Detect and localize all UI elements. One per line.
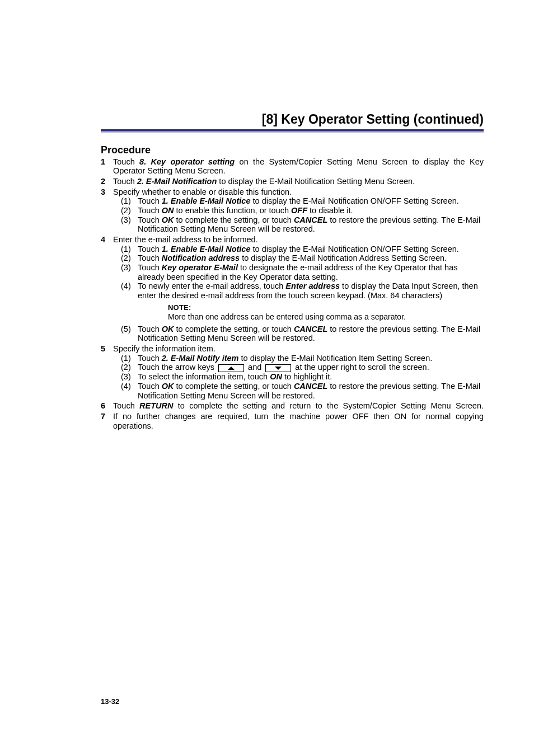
step-number: 6: [101, 401, 113, 411]
step-body: Touch 8. Key operator setting on the Sys…: [113, 157, 484, 176]
sub-item: (4)Touch OK to complete the setting, or …: [121, 382, 484, 400]
step-body: Specify whether to enable or disable thi…: [113, 187, 484, 234]
sub-item: (2)Touch Notification address to display…: [121, 253, 484, 263]
sub-body: Touch ON to enable this function, or tou…: [138, 206, 484, 215]
step-body: Touch 2. E-Mail Notification to display …: [113, 177, 484, 186]
sub-list: (1)Touch 1. Enable E-Mail Notice to disp…: [113, 245, 484, 300]
step-number: 3: [101, 187, 113, 234]
step-body: Touch RETURN to complete the setting and…: [113, 401, 484, 411]
section-title: [8] Key Operator Setting (continued): [101, 112, 484, 127]
sub-number: (3): [121, 263, 138, 281]
sub-body: Touch Key operator E-Mail to designate t…: [138, 263, 484, 281]
sub-number: (2): [121, 363, 138, 372]
sub-list: (1)Touch 2. E-Mail Notify item to displa…: [113, 354, 484, 400]
sub-item: (3)Touch OK to complete the setting, or …: [121, 215, 484, 234]
sub-item: (1)Touch 1. Enable E-Mail Notice to disp…: [121, 245, 484, 254]
sub-body: Touch Notification address to display th…: [138, 253, 484, 263]
sub-body: Touch 2. E-Mail Notify item to display t…: [138, 354, 484, 363]
step-body: If no further changes are required, turn…: [113, 412, 484, 430]
procedure-heading: Procedure: [101, 144, 484, 156]
step: 2Touch 2. E-Mail Notification to display…: [101, 177, 484, 186]
sub-number: (2): [121, 253, 138, 263]
note-text: More than one address can be entered usi…: [168, 312, 484, 321]
sub-number: (4): [121, 382, 138, 400]
sub-body: Touch the arrow keys and at the upper ri…: [138, 363, 484, 372]
sub-item: (2)Touch the arrow keys and at the upper…: [121, 363, 484, 372]
sub-number: (1): [121, 354, 138, 363]
note-label: NOTE:: [168, 304, 484, 312]
sub-item: (1)Touch 2. E-Mail Notify item to displa…: [121, 354, 484, 363]
document-page: [8] Key Operator Setting (continued) Pro…: [0, 0, 534, 756]
sub-number: (5): [121, 325, 138, 343]
sub-number: (4): [121, 281, 138, 300]
sub-body: Touch OK to complete the setting, or tou…: [138, 215, 484, 234]
step: 3Specify whether to enable or disable th…: [101, 187, 484, 234]
sub-item: (1)Touch 1. Enable E-Mail Notice to disp…: [121, 196, 484, 206]
note-block: NOTE:More than one address can be entere…: [168, 304, 484, 321]
sub-number: (1): [121, 196, 138, 206]
step: 4Enter the e-mail address to be informed…: [101, 235, 484, 343]
sub-item: (4)To newly enter the e-mail address, to…: [121, 281, 484, 300]
sub-list: (1)Touch 1. Enable E-Mail Notice to disp…: [113, 196, 484, 234]
sub-number: (3): [121, 215, 138, 234]
sub-item: (3)To select the information item, touch…: [121, 372, 484, 382]
sub-body: Touch OK to complete the setting, or tou…: [138, 382, 484, 400]
step: 1Touch 8. Key operator setting on the Sy…: [101, 157, 484, 176]
step-number: 5: [101, 344, 113, 400]
sub-body: Touch OK to complete the setting, or tou…: [138, 325, 484, 343]
step-body: Specify the information item.(1)Touch 2.…: [113, 344, 484, 400]
sub-body: To newly enter the e-mail address, touch…: [138, 281, 484, 300]
sub-number: (3): [121, 372, 138, 382]
step-number: 7: [101, 412, 113, 430]
divider: [101, 129, 484, 133]
sub-body: Touch 1. Enable E-Mail Notice to display…: [138, 245, 484, 254]
sub-number: (2): [121, 206, 138, 215]
step: 7If no further changes are required, tur…: [101, 412, 484, 430]
step-number: 2: [101, 177, 113, 186]
arrow-up-icon: [218, 364, 244, 372]
step-number: 1: [101, 157, 113, 176]
sub-item: (2)Touch ON to enable this function, or …: [121, 206, 484, 215]
steps-list: 1Touch 8. Key operator setting on the Sy…: [101, 157, 484, 431]
arrow-down-icon: [265, 364, 291, 372]
page-number: 13-32: [101, 697, 119, 706]
sub-item: (3)Touch Key operator E-Mail to designat…: [121, 263, 484, 281]
step-body: Enter the e-mail address to be informed.…: [113, 235, 484, 343]
step: 5Specify the information item.(1)Touch 2…: [101, 344, 484, 400]
sub-body: To select the information item, touch ON…: [138, 372, 484, 382]
sub-body: Touch 1. Enable E-Mail Notice to display…: [138, 196, 484, 206]
sub-item: (5)Touch OK to complete the setting, or …: [121, 325, 484, 343]
step: 6Touch RETURN to complete the setting an…: [101, 401, 484, 411]
sub-number: (1): [121, 245, 138, 254]
sub-list: (5)Touch OK to complete the setting, or …: [113, 325, 484, 343]
procedure-section: Procedure 1Touch 8. Key operator setting…: [101, 144, 484, 430]
step-number: 4: [101, 235, 113, 343]
